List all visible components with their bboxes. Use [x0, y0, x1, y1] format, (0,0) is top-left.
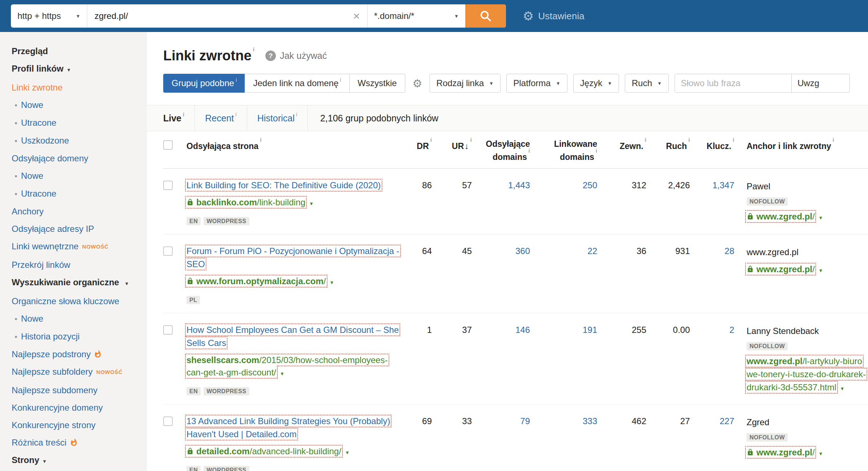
target-url-link[interactable]: www.zgred.pl/ — [747, 212, 815, 221]
sidebar-item-uszkodzone[interactable]: •Uszkodzone — [12, 135, 140, 146]
lock-icon — [186, 198, 194, 206]
clear-icon[interactable]: × — [353, 10, 360, 22]
referring-domains-link[interactable]: 360 — [515, 246, 530, 256]
referring-page-url-link[interactable]: shesellscars.com/2015/03/how-school-empl… — [186, 355, 388, 377]
column-dr[interactable]: DRi — [405, 138, 432, 152]
phrase-mode-dropdown[interactable]: Uwzg — [791, 74, 849, 92]
caret-down-icon[interactable]: ▼ — [309, 201, 314, 206]
scope-dropdown[interactable]: *.domain/* ▼ — [367, 4, 465, 28]
row-checkbox[interactable] — [163, 416, 173, 426]
target-url-link[interactable]: www.zgred.pl/ — [747, 264, 815, 274]
traffic-dropdown[interactable]: Ruch▼ — [625, 74, 669, 93]
referring-page-url-link[interactable]: www.forum.optymalizacja.com/ — [186, 276, 326, 286]
select-all-checkbox[interactable] — [163, 140, 173, 150]
referring-page-title-link[interactable]: How School Employees Can Get a GM Discou… — [186, 325, 399, 348]
sidebar-item-konkurencyjne-strony[interactable]: Konkurencyjne strony — [12, 420, 140, 431]
sidebar-item-nowe-linki[interactable]: •Nowe — [12, 100, 140, 111]
sidebar-item-roznica-tresci[interactable]: Różnica treści — [12, 437, 140, 448]
info-icon: i — [596, 148, 597, 154]
tab-recent[interactable]: Recenti — [194, 105, 247, 131]
keywords-link[interactable]: 28 — [724, 246, 734, 256]
settings-button[interactable]: ⚙ Ustawienia — [523, 10, 584, 22]
sidebar-item-linki-zwrotne[interactable]: Linki zwrotne — [12, 82, 140, 93]
caret-down-icon[interactable]: ▼ — [818, 451, 823, 456]
external-value: 255 — [597, 323, 646, 335]
sidebar-item-przeglad[interactable]: Przegląd — [12, 46, 140, 57]
language-badge: PL — [186, 296, 200, 304]
sidebar-item-historia-pozycji[interactable]: •Historia pozycji — [12, 331, 140, 342]
tab-group-similar[interactable]: Grupuj podobnei — [163, 74, 245, 93]
sidebar-section-wyszukiwanie-organiczne[interactable]: Wyszukiwanie organiczne ▼ — [12, 277, 140, 289]
referring-page-title-link[interactable]: Link Building for SEO: The Definitive Gu… — [186, 180, 381, 190]
target-url-link[interactable]: www.zgred.pl/ — [747, 447, 815, 457]
platform-dropdown[interactable]: Platforma▼ — [506, 74, 567, 93]
traffic-value: 2,426 — [646, 179, 690, 190]
tab-all[interactable]: Wszystkie — [349, 74, 405, 93]
sidebar-item-konkurencyjne-domeny[interactable]: Konkurencyjne domeny — [12, 402, 140, 413]
column-ur[interactable]: UR↓i — [432, 138, 472, 152]
sidebar-item-najlepsze-subfoldery[interactable]: Najlepsze subfolderyNOWOŚĆ — [12, 366, 140, 378]
search-button[interactable] — [465, 4, 506, 28]
linked-domains-link[interactable]: 250 — [583, 180, 597, 190]
protocol-dropdown[interactable]: http + https ▼ — [11, 4, 87, 28]
caret-down-icon[interactable]: ▼ — [840, 386, 845, 391]
referring-domains-link[interactable]: 146 — [515, 325, 530, 335]
column-anchor[interactable]: Anchor i link zwrotnyi — [747, 138, 868, 152]
referring-page-title-link[interactable]: Forum - Forum PiO - Pozycjonowanie i Opt… — [186, 246, 399, 269]
tab-one-link-per-domain[interactable]: Jeden link na domenęi — [245, 74, 349, 93]
how-to-use-link[interactable]: ? Jak używać — [265, 51, 327, 61]
external-value: 36 — [597, 245, 646, 256]
sidebar-item-nowe-domeny[interactable]: •Nowe — [12, 170, 140, 182]
column-traffic[interactable]: Ruchi — [646, 138, 690, 152]
language-badge: EN — [186, 217, 201, 225]
referring-domains-link[interactable]: 1,443 — [508, 180, 530, 190]
info-icon: i — [529, 148, 530, 154]
keywords-link[interactable]: 227 — [720, 416, 734, 426]
caret-down-icon[interactable]: ▼ — [818, 215, 823, 221]
referring-page-title-link[interactable]: 13 Advanced Link Building Strategies You… — [186, 416, 390, 439]
sidebar-section-strony[interactable]: Strony▼ — [12, 455, 140, 467]
phrase-input[interactable] — [675, 74, 791, 92]
keywords-link[interactable]: 2 — [730, 325, 734, 335]
link-type-dropdown[interactable]: Rodzaj linka▼ — [430, 74, 501, 93]
referring-page-url-link[interactable]: backlinko.com/link-building — [186, 197, 305, 207]
linked-domains-link[interactable]: 22 — [587, 246, 597, 256]
sidebar-item-najlepsze-podstrony[interactable]: Najlepsze podstrony — [12, 349, 140, 360]
row-checkbox[interactable] — [163, 325, 173, 335]
column-keywords[interactable]: Klucz.i — [690, 138, 734, 152]
sidebar-item-organiczne-slowa-kluczowe[interactable]: Organiczne słowa kluczowe — [12, 296, 140, 307]
referring-domains-link[interactable]: 79 — [520, 416, 530, 426]
sidebar-item-odsylajace-domeny[interactable]: Odsyłające domeny — [12, 153, 140, 164]
caret-down-icon[interactable]: ▼ — [280, 371, 285, 377]
language-dropdown[interactable]: Język▼ — [573, 74, 619, 93]
column-external[interactable]: Zewn.i — [597, 138, 646, 152]
column-linked-domains[interactable]: Linkowanedomainsi — [530, 138, 597, 162]
linked-domains-link[interactable]: 333 — [583, 416, 597, 426]
tab-live[interactable]: Livei — [163, 105, 194, 131]
sidebar-section-profil-linkow[interactable]: Profil linków▼ — [12, 63, 140, 76]
linked-domains-link[interactable]: 191 — [583, 325, 597, 335]
caret-down-icon[interactable]: ▼ — [330, 280, 334, 285]
caret-down-icon: ▼ — [124, 281, 129, 286]
table-settings-button[interactable]: ⚙ — [413, 77, 422, 90]
nofollow-badge: NOFOLLOW — [747, 433, 788, 442]
sidebar-item-utracone-linki[interactable]: •Utracone — [12, 117, 140, 129]
sidebar-item-nowe-slowa[interactable]: •Nowe — [12, 313, 140, 325]
sidebar-item-przekroj-linkow[interactable]: Przekrój linków — [12, 259, 140, 270]
column-referring-page[interactable]: Odsyłająca stronai — [186, 138, 405, 152]
column-referring-domains[interactable]: Odsyłającedomainsi — [472, 138, 530, 162]
target-input[interactable] — [95, 11, 349, 21]
keywords-link[interactable]: 1,347 — [712, 180, 734, 190]
sidebar-item-najlepsze-subdomeny[interactable]: Najlepsze subdomeny — [12, 385, 140, 396]
referring-page-url-link[interactable]: detailed.com/advanced-link-building/ — [186, 446, 341, 456]
target-url-link[interactable]: www.zgred.pl/l-artykuly-biurowe-tonery-i… — [747, 356, 866, 392]
sidebar-item-odsylajace-adresy-ip[interactable]: Odsyłające adresy IP — [12, 224, 140, 234]
sidebar-item-linki-wewnetrzne[interactable]: Linki wewnętrzneNOWOŚĆ — [12, 241, 140, 253]
sidebar-item-utracone-domeny[interactable]: •Utracone — [12, 188, 140, 200]
row-checkbox[interactable] — [163, 246, 173, 256]
caret-down-icon[interactable]: ▼ — [818, 268, 823, 273]
tab-historical[interactable]: Historicali — [247, 105, 308, 131]
caret-down-icon[interactable]: ▼ — [345, 450, 350, 455]
sidebar-item-anchory[interactable]: Anchory — [12, 206, 140, 217]
row-checkbox[interactable] — [163, 181, 173, 190]
